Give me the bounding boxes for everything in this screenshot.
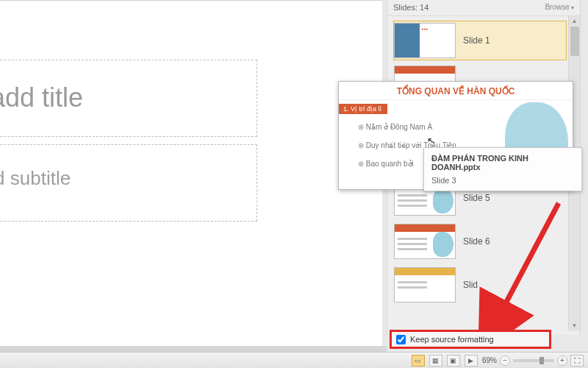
slides-count-label: Slides: 14 — [393, 3, 429, 12]
cursor-icon: ↖ — [426, 134, 437, 147]
slide-item-label: Slid — [463, 280, 478, 290]
zoom-fit-button[interactable]: ⛶ — [570, 355, 584, 367]
slide-item-7[interactable]: Slid — [393, 265, 567, 305]
title-placeholder[interactable]: ck to add title — [0, 60, 257, 137]
drag-preview-title: TỔNG QUAN VỀ HÀN QUỐC — [339, 82, 573, 100]
keep-source-formatting-row[interactable]: Keep source formatting — [390, 330, 551, 349]
view-sorter-button[interactable]: ▦ — [429, 355, 442, 367]
slide-thumb: ●●● — [394, 23, 456, 58]
editor-bottom-strip — [0, 346, 387, 352]
slide-item-label: Slide 6 — [463, 236, 490, 247]
view-normal-button[interactable]: ▭ — [412, 355, 425, 367]
slide-item-1[interactable]: ●●● Slide 1 — [393, 21, 567, 60]
slides-panel-header: Slides: 14 Browse — [387, 0, 580, 16]
slide-item-label: Slide 1 — [463, 35, 490, 46]
browse-dropdown[interactable]: Browse — [545, 3, 574, 11]
slide-editor-canvas: ck to add title ck to add subtitle — [0, 0, 382, 346]
scroll-down-icon[interactable]: ▼ — [569, 321, 580, 331]
status-bar: ▭ ▦ ▣ ▶ 69% − + ⛶ — [0, 352, 588, 368]
slide-thumb — [394, 267, 456, 302]
subtitle-placeholder[interactable]: ck to add subtitle — [0, 144, 257, 222]
zoom-in-button[interactable]: + — [557, 355, 567, 366]
zoom-slider-thumb[interactable] — [539, 357, 544, 364]
view-slideshow-button[interactable]: ▶ — [465, 355, 478, 367]
slide-source-tooltip: ĐÀM PHÁN TRONG KINH DOANH.pptx Slide 3 — [423, 147, 582, 191]
keep-source-formatting-label: Keep source formatting — [410, 335, 494, 344]
zoom-slider[interactable] — [513, 359, 554, 362]
subtitle-placeholder-text: ck to add subtitle — [0, 167, 71, 189]
scroll-thumb[interactable] — [570, 26, 579, 56]
slide-item-6[interactable]: Slide 6 — [393, 222, 567, 261]
zoom-out-button[interactable]: − — [500, 355, 510, 366]
title-placeholder-text: ck to add title — [0, 82, 83, 113]
scroll-up-icon[interactable]: ▲ — [569, 16, 580, 26]
slide-item-label: Slide 5 — [463, 193, 490, 203]
zoom-control: 69% − + ⛶ — [482, 355, 584, 367]
view-reading-button[interactable]: ▣ — [447, 355, 460, 367]
tooltip-filename: ĐÀM PHÁN TRONG KINH DOANH.pptx — [431, 154, 574, 171]
tooltip-slide-number: Slide 3 — [431, 176, 574, 185]
zoom-percent-label: 69% — [482, 356, 497, 364]
bullet-text: Nằm ở Đông Nam Á — [358, 123, 456, 131]
slide-thumb — [394, 224, 456, 259]
drag-preview-badge: 1. Vị trí địa lí — [339, 104, 387, 114]
keep-source-formatting-checkbox[interactable] — [396, 335, 406, 344]
